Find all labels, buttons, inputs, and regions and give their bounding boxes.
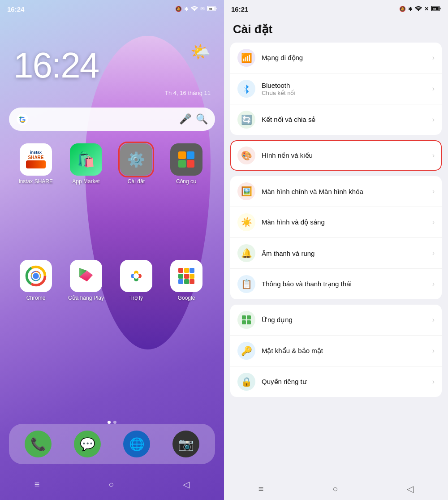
homescreen-icon-wrap: 🖼️ [237, 182, 255, 200]
status-icons-right: 🔕 ✱ ✕ 94 [399, 6, 441, 13]
settings-display[interactable]: ☀️ Màn hình và độ sáng › [230, 207, 442, 238]
nav-menu-left[interactable]: ≡ [34, 479, 40, 490]
app-chrome-label: Chrome [26, 295, 46, 301]
notifications-icon: 📋 [241, 279, 252, 289]
bottom-nav-left: ≡ ○ ◁ [0, 473, 224, 496]
settings-title: Cài đặt [233, 22, 439, 36]
svg-point-0 [194, 10, 195, 11]
dock-browser[interactable]: 🌐 [123, 431, 150, 457]
apps-icon-wrap [237, 311, 255, 329]
mobile-text: Mạng di động [262, 54, 426, 62]
display-icon-wrap: ☀️ [237, 213, 255, 231]
notifications-title: Thông báo và thanh trạng thái [262, 280, 426, 288]
sound-title: Âm thanh và rung [262, 250, 426, 257]
nav-back-left[interactable]: ◁ [183, 479, 190, 490]
settings-security[interactable]: 🔑 Mật khẩu & bảo mật › [230, 336, 442, 366]
battery-right: 94 [431, 6, 441, 13]
dock-camera[interactable]: 📷 [172, 431, 199, 457]
search-lens-icon[interactable]: 🔍 [196, 113, 208, 125]
svg-text:94: 94 [433, 8, 436, 10]
svg-point-14 [33, 273, 39, 279]
settings-privacy[interactable]: 🔒 Quyền riêng tư › [230, 366, 442, 397]
bluetooth-title: Bluetooth [262, 82, 426, 89]
settings-wallpaper[interactable]: 🎨 Hình nền và kiểu › [230, 140, 442, 171]
settings-content: 📶 Mạng di động › Bluetooth Chưa kết nối [224, 43, 448, 478]
mute-icon: 🔕 [175, 6, 182, 12]
dock-messages[interactable]: 💬 [74, 431, 101, 457]
mobile-chevron: › [432, 54, 435, 62]
svg-point-32 [418, 10, 419, 11]
mute-icon-right: 🔕 [399, 6, 406, 12]
dot-2 [113, 421, 116, 424]
nav-home-right[interactable]: ○ [332, 484, 338, 494]
bluetooth-chevron: › [432, 85, 435, 93]
battery-left: 95 [207, 6, 217, 13]
status-time-right: 16:21 [231, 5, 248, 13]
svg-point-22 [134, 274, 138, 278]
status-bar-left: 16:24 🔕 ✱ ✉ 95 [0, 0, 224, 18]
svg-point-5 [17, 113, 28, 125]
settings-mobile[interactable]: 📶 Mạng di động › [230, 43, 442, 73]
wallpaper-text: Hình nền và kiểu [262, 151, 426, 159]
app-tools[interactable]: Công cụ [164, 143, 209, 185]
messages-icon: 💬 [80, 437, 95, 452]
bottom-nav-right: ≡ ○ ◁ [224, 478, 448, 500]
wallpaper-icon-wrap: 🎨 [237, 147, 255, 164]
bluetooth-icon-right: ✱ [408, 6, 413, 12]
search-mic-icon[interactable]: 🎤 [179, 113, 191, 125]
appmarket-icon: 🛍️ [77, 151, 95, 168]
search-bar[interactable]: 🎤 🔍 [9, 108, 215, 131]
wallpaper-chevron: › [432, 151, 435, 159]
settings-notifications[interactable]: 📋 Thông báo và thanh trạng thái › [230, 269, 442, 299]
app-instax[interactable]: instax SHARE instax SHARE [13, 143, 58, 185]
sound-icon: 🔔 [241, 248, 252, 259]
nav-home-left[interactable]: ○ [108, 479, 114, 490]
share-icon-wrap: 🔄 [237, 111, 255, 129]
bluetooth-icon-wrap [237, 80, 255, 98]
svg-rect-27 [184, 274, 189, 279]
notifications-text: Thông báo và thanh trạng thái [262, 280, 426, 288]
settings-header: Cài đặt [224, 18, 448, 43]
share-text: Kết nối và chia sẻ [262, 116, 426, 124]
wallpaper-icon: 🎨 [241, 150, 252, 161]
app-grid-row1: instax SHARE instax SHARE 🛍️ App Market … [13, 143, 209, 185]
app-assistant-label: Trợ lý [129, 295, 143, 301]
app-settings[interactable]: ⚙️ Cài đặt [114, 143, 159, 185]
card-wallpaper: 🎨 Hình nền và kiểu › [230, 140, 442, 171]
svg-rect-3 [216, 8, 217, 9]
bluetooth-icon-left: ✱ [184, 6, 189, 12]
share-icon: 🔄 [241, 114, 252, 125]
status-icons-left: 🔕 ✱ ✉ 95 [175, 6, 217, 13]
instax-share-label: SHARE [28, 155, 43, 160]
apps-title: Ứng dụng [262, 316, 426, 324]
svg-rect-30 [184, 279, 189, 284]
security-chevron: › [432, 347, 435, 355]
display-chevron: › [432, 218, 435, 226]
privacy-text: Quyền riêng tư [262, 378, 426, 386]
mobile-icon: 📶 [241, 52, 252, 63]
app-play-label: Cửa hàng Play [68, 295, 104, 301]
privacy-icon: 🔒 [241, 376, 252, 387]
app-assistant[interactable]: Trợ lý [114, 260, 159, 301]
browser-icon: 🌐 [129, 437, 145, 452]
settings-bluetooth[interactable]: Bluetooth Chưa kết nối › [230, 73, 442, 104]
security-icon: 🔑 [241, 345, 252, 356]
settings-homescreen[interactable]: 🖼️ Màn hình chính và Màn hình khóa › [230, 176, 442, 207]
security-text: Mật khẩu & bảo mật [262, 347, 426, 355]
settings-apps[interactable]: Ứng dụng › [230, 305, 442, 336]
google-apps-logo [177, 267, 195, 285]
app-chrome[interactable]: Chrome [13, 260, 58, 301]
nav-menu-right[interactable]: ≡ [258, 484, 264, 494]
app-play[interactable]: Cửa hàng Play [64, 260, 108, 301]
nav-back-right[interactable]: ◁ [407, 483, 414, 494]
app-settings-label: Cài đặt [128, 178, 145, 185]
app-google[interactable]: Google [164, 260, 209, 301]
dock-phone[interactable]: 📞 [25, 431, 52, 457]
tools-grid-icon [178, 151, 194, 168]
display-icon: ☀️ [241, 217, 252, 228]
settings-sound[interactable]: 🔔 Âm thanh và rung › [230, 238, 442, 269]
chrome-logo [25, 265, 47, 287]
settings-share[interactable]: 🔄 Kết nối và chia sẻ › [230, 104, 442, 135]
app-appmarket[interactable]: 🛍️ App Market [64, 143, 108, 185]
card-display: 🖼️ Màn hình chính và Màn hình khóa › ☀️ … [230, 176, 442, 299]
